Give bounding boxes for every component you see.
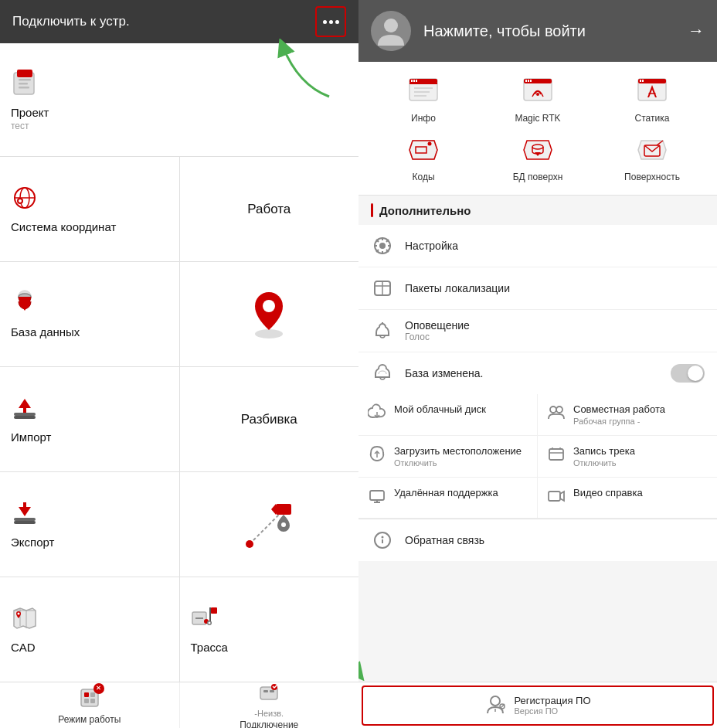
video-icon [547,487,566,509]
svg-rect-54 [416,80,417,82]
globe-icon [11,184,39,215]
surface-item[interactable]: Поверхность [600,133,705,182]
connect-sublabel: -Неизв. [254,709,284,718]
svg-rect-14 [23,301,26,308]
menu-list: Настройка Пакеты локализации [358,225,717,394]
database-icon [11,289,39,320]
work-mode-btn[interactable]: ✕ Режим работы [0,682,180,728]
cloud-item[interactable]: Мой облачный диск [358,394,538,436]
svg-rect-42 [263,690,268,692]
video-help-item[interactable]: Видео справка [538,478,717,519]
track-label: Запись трека [573,445,635,458]
export-label: Экспорт [11,535,54,550]
notification-text: Оповещение Голос [405,319,705,342]
svg-rect-38 [90,692,95,697]
svg-point-45 [384,19,398,32]
upload-loc-icon [368,445,386,467]
map-pin-cell[interactable] [180,262,359,366]
surface-label: Поверхность [624,172,680,182]
reg-label: Регистрация ПО [514,695,590,706]
route-flag-cell[interactable] [180,472,359,577]
feedback-item[interactable]: Обратная связь [358,519,717,561]
notification-label: Оповещение [405,319,705,332]
login-text: Нажмите, чтобы войти [423,22,675,40]
database-cell[interactable]: База данных [0,262,179,366]
extra-section-title: Дополнительно [379,204,471,217]
work-label: Работа [247,202,291,217]
reg-icon [484,693,506,718]
menu-button[interactable] [315,6,346,37]
cloud-icon [368,403,386,425]
info-item[interactable]: Инфо [371,74,476,124]
upload-loc-item[interactable]: Загрузить местоположение Отключить [358,436,538,478]
reg-text: Регистрация ПО Версия ПО [514,695,590,716]
trassa-cell[interactable]: Трасса [180,577,359,682]
feedback-label: Обратная связь [405,534,705,546]
right-scroll-area[interactable]: Инфо Magic RT [358,62,717,682]
notification-item[interactable]: Оповещение Голос [358,310,717,352]
stakeout-label-cell[interactable]: Разбивка [180,367,359,471]
svg-rect-25 [276,504,291,515]
coord-cell[interactable]: Система координат [0,157,179,261]
svg-rect-39 [84,699,89,703]
stakeout-label: Разбивка [241,412,297,427]
svg-rect-17 [14,413,36,416]
feedback-icon [371,529,394,552]
import-cell[interactable]: Импорт [0,367,179,471]
svg-rect-37 [84,692,89,697]
svg-rect-3 [19,79,31,81]
base-changed-text: База изменена. [405,367,660,379]
base-changed-item[interactable]: База изменена. [358,352,717,394]
login-header[interactable]: Нажмите, чтобы войти → [358,0,717,62]
track-sublabel: Отключить [573,458,635,468]
three-dots-icon [323,20,339,24]
database-label: База данных [11,325,80,340]
locale-packs-item[interactable]: Пакеты локализации [358,267,717,310]
locale-icon [371,277,394,300]
base-changed-toggle[interactable] [671,364,705,383]
base-changed-label: База изменена. [405,367,660,379]
codes-label: Коды [412,172,434,182]
left-footer: ✕ Режим работы -Неизв. Подключение [0,682,358,728]
project-cell[interactable]: Проект тест [0,43,358,156]
bd-surface-icon [521,133,555,167]
svg-point-60 [536,93,539,96]
import-label: Импорт [11,430,51,445]
settings-item[interactable]: Настройка [358,225,717,267]
icon-grid: Инфо Magic RT [358,62,717,196]
static-item[interactable]: Статика [600,74,705,124]
bd-surface-item[interactable]: БД поверхн [485,133,590,182]
export-cell[interactable]: Экспорт [0,472,179,577]
remote-item[interactable]: Удалённая поддержка [358,478,538,519]
collab-label: Совместная работа [573,403,665,417]
static-label: Статика [635,113,670,124]
work-label-cell[interactable]: Работа [180,157,359,261]
svg-marker-19 [19,399,31,413]
trassa-icon [191,604,219,635]
svg-rect-52 [411,80,413,82]
toggle-knob [688,366,703,381]
bd-surface-label: БД поверхн [513,172,563,182]
project-icon [11,68,40,100]
remote-label: Удалённая поддержка [394,487,498,500]
bell-icon [371,362,394,385]
right-footer: Регистрация ПО Версия ПО [358,682,717,728]
connect-btn[interactable]: -Неизв. Подключение [180,682,359,728]
info-icon [406,74,440,108]
track-item[interactable]: Запись трека Отключить [538,436,717,478]
svg-rect-33 [209,607,211,623]
svg-point-79 [556,407,562,413]
svg-rect-32 [211,607,217,614]
svg-rect-21 [14,521,36,524]
svg-point-67 [428,142,432,146]
collab-sublabel: Рабочая группа - [573,417,665,426]
registration-item[interactable]: Регистрация ПО Версия ПО [362,685,714,726]
collab-item[interactable]: Совместная работа Рабочая группа - [538,394,717,436]
cad-cell[interactable]: CAD [0,577,179,682]
magic-rtk-item[interactable]: Magic RTK [485,74,590,124]
track-icon [547,445,566,467]
settings-icon [371,234,394,257]
codes-item[interactable]: Коды [371,133,476,182]
track-text: Запись трека Отключить [573,445,635,468]
coord-label: Система координат [11,219,116,235]
